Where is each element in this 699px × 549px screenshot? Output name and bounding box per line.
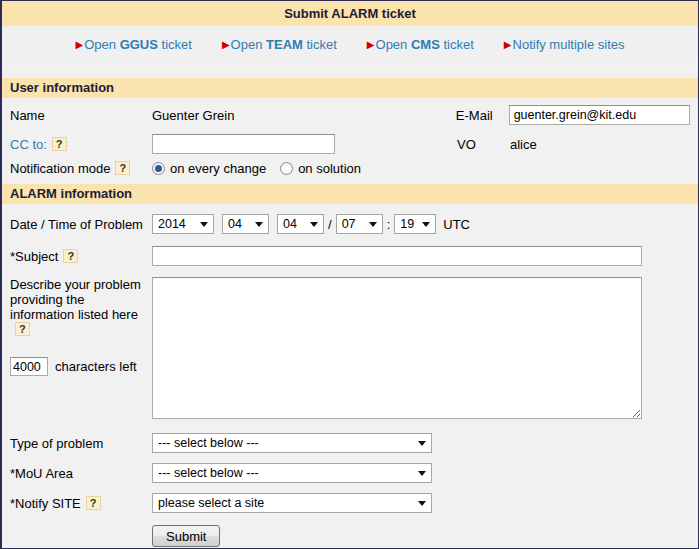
chevron-down-icon: [369, 222, 377, 227]
radio-on-every-change-label: on every change: [170, 161, 266, 176]
subject-help-icon[interactable]: ?: [63, 249, 78, 263]
notify-site-row: *Notify SITE? please select a site: [2, 493, 698, 513]
time-separator: :: [383, 217, 395, 232]
page-title: Submit ALARM ticket: [2, 1, 698, 26]
red-arrow-icon: ▶: [504, 39, 512, 50]
notification-mode-label: Notification mode: [10, 161, 110, 176]
minute-select[interactable]: 19: [394, 214, 436, 234]
year-select[interactable]: 2014: [152, 214, 214, 234]
section-header-user-information: User information: [2, 78, 698, 98]
cc-to-link[interactable]: CC to:: [10, 137, 47, 152]
radio-on-solution[interactable]: [280, 162, 293, 175]
cc-row: CC to:? VO alice: [2, 133, 698, 155]
name-label: Name: [10, 108, 152, 123]
chevron-down-icon: [310, 222, 318, 227]
notify-site-help-icon[interactable]: ?: [86, 496, 101, 510]
chevron-down-icon: [255, 222, 263, 227]
nav-links-row: ▶Open GGUS ticket ▶Open TEAM ticket ▶Ope…: [2, 26, 698, 62]
characters-left-count: [10, 357, 48, 376]
red-arrow-icon: ▶: [76, 39, 84, 50]
date-time-row: Date / Time of Problem 2014 04 04 / 07 :…: [2, 214, 698, 234]
subject-field[interactable]: [152, 246, 642, 266]
cc-help-icon[interactable]: ?: [52, 137, 67, 151]
month-select[interactable]: 04: [222, 214, 269, 234]
chevron-down-icon: [200, 222, 208, 227]
describe-label: Describe your problem providing the info…: [10, 277, 141, 322]
subject-label: *Subject: [10, 249, 58, 264]
subject-row: *Subject?: [2, 246, 698, 266]
notify-site-label: *Notify SITE: [10, 496, 81, 511]
type-of-problem-select[interactable]: --- select below ---: [152, 433, 432, 453]
open-cms-ticket-link[interactable]: ▶Open CMS ticket: [367, 37, 474, 52]
describe-help-icon[interactable]: ?: [15, 322, 30, 336]
hour-select[interactable]: 07: [336, 214, 383, 234]
mou-area-row: *MoU Area --- select below ---: [2, 463, 698, 483]
characters-left-label: characters left: [55, 359, 137, 374]
submit-button[interactable]: Submit: [152, 525, 220, 547]
open-ggus-ticket-link[interactable]: ▶Open GGUS ticket: [76, 37, 192, 52]
mou-area-label: *MoU Area: [10, 466, 152, 481]
radio-on-solution-label: on solution: [298, 161, 361, 176]
vo-label: VO: [457, 137, 510, 152]
problem-description-textarea[interactable]: [152, 277, 642, 419]
utc-label: UTC: [443, 217, 470, 232]
red-arrow-icon: ▶: [367, 39, 375, 50]
notify-site-select[interactable]: please select a site: [152, 493, 432, 513]
email-field[interactable]: [509, 105, 690, 125]
chevron-down-icon: [418, 441, 426, 446]
notify-multiple-sites-link[interactable]: ▶Notify multiple sites: [504, 37, 625, 52]
chevron-down-icon: [418, 501, 426, 506]
date-time-label: Date / Time of Problem: [10, 217, 152, 232]
date-separator: /: [324, 217, 336, 232]
day-select[interactable]: 04: [277, 214, 324, 234]
radio-on-every-change[interactable]: [152, 162, 165, 175]
describe-row: Describe your problem providing the info…: [2, 277, 698, 419]
notification-mode-help-icon[interactable]: ?: [115, 161, 130, 175]
type-of-problem-row: Type of problem --- select below ---: [2, 433, 698, 453]
open-team-ticket-link[interactable]: ▶Open TEAM ticket: [222, 37, 337, 52]
notification-mode-row: Notification mode? on every change on so…: [2, 161, 698, 176]
cc-field[interactable]: [152, 134, 335, 154]
section-header-alarm-information: ALARM information: [2, 184, 698, 204]
submit-row: Submit: [2, 525, 698, 547]
vo-value: alice: [510, 137, 537, 152]
chevron-down-icon: [422, 222, 430, 227]
name-row: Name Guenter Grein E-Mail: [2, 105, 698, 125]
name-value: Guenter Grein: [152, 108, 456, 123]
type-of-problem-label: Type of problem: [10, 436, 152, 451]
email-label: E-Mail: [456, 108, 509, 123]
red-arrow-icon: ▶: [222, 39, 230, 50]
alarm-ticket-form: Submit ALARM ticket ▶Open GGUS ticket ▶O…: [0, 0, 699, 549]
chevron-down-icon: [418, 471, 426, 476]
mou-area-select[interactable]: --- select below ---: [152, 463, 432, 483]
